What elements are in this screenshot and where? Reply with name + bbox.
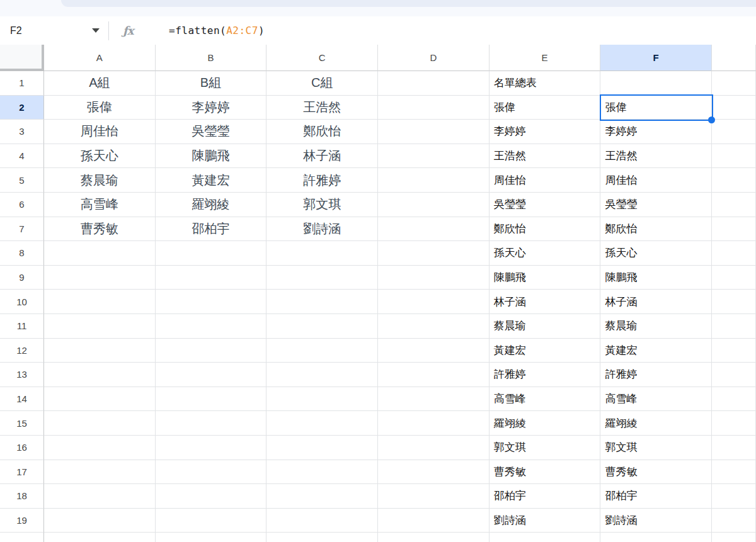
cell-E3[interactable]: 李婷婷 [490, 120, 601, 144]
cell-E5[interactable]: 周佳怡 [490, 168, 601, 193]
cell-A17[interactable] [44, 460, 156, 485]
cell-D19[interactable] [378, 509, 490, 533]
cell-B3[interactable]: 吳瑩瑩 [156, 120, 267, 144]
cell-E13[interactable]: 許雅婷 [490, 363, 601, 387]
cell-B1[interactable]: B組 [156, 71, 267, 96]
cell-partial-11[interactable] [712, 314, 756, 339]
cell-F7[interactable]: 鄭欣怡 [600, 217, 712, 242]
cell-C13[interactable] [266, 363, 378, 387]
row-header-11[interactable]: 11 [0, 314, 44, 339]
cell-B6[interactable]: 羅翊綾 [156, 193, 267, 217]
row-header-7[interactable]: 7 [0, 217, 44, 242]
cell-D6[interactable] [378, 193, 490, 217]
cell-E15[interactable]: 羅翊綾 [490, 411, 601, 436]
row-header-1[interactable]: 1 [0, 71, 44, 96]
cell-D11[interactable] [378, 314, 490, 339]
cell-B11[interactable] [156, 314, 267, 339]
cell-A6[interactable]: 高雪峰 [44, 193, 156, 217]
cell-C17[interactable] [266, 460, 378, 485]
cell-C7[interactable]: 劉詩涵 [266, 217, 378, 242]
cell-F20[interactable] [600, 533, 712, 542]
cell-partial-8[interactable] [712, 241, 756, 266]
cell-partial-14[interactable] [712, 387, 756, 412]
cell-B13[interactable] [156, 363, 267, 387]
cell-D7[interactable] [378, 217, 490, 242]
formula-input[interactable]: =flatten(A2:C7) [143, 13, 265, 48]
cell-E11[interactable]: 蔡晨瑜 [490, 314, 601, 339]
cell-A14[interactable] [44, 387, 156, 412]
cell-B14[interactable] [156, 387, 267, 412]
cell-C15[interactable] [266, 411, 378, 436]
cell-C19[interactable] [266, 509, 378, 533]
cell-B5[interactable]: 黃建宏 [156, 168, 267, 193]
cell-partial-9[interactable] [712, 266, 756, 290]
row-header-20[interactable]: 20 [0, 533, 44, 542]
cell-E19[interactable]: 劉詩涵 [490, 509, 601, 533]
row-header-15[interactable]: 15 [0, 411, 44, 436]
cell-D8[interactable] [378, 241, 490, 266]
cell-C12[interactable] [266, 339, 378, 363]
cell-B12[interactable] [156, 339, 267, 363]
cell-A8[interactable] [44, 241, 156, 266]
column-header-D[interactable]: D [378, 45, 490, 71]
cell-F4[interactable]: 王浩然 [600, 144, 712, 169]
cell-E14[interactable]: 高雪峰 [490, 387, 601, 412]
cell-C11[interactable] [266, 314, 378, 339]
row-header-17[interactable]: 17 [0, 460, 44, 485]
cell-D2[interactable] [378, 96, 490, 120]
cell-F9[interactable]: 陳鵬飛 [600, 266, 712, 290]
cell-partial-5[interactable] [712, 168, 756, 193]
cell-E7[interactable]: 鄭欣怡 [490, 217, 601, 242]
cell-F2[interactable]: 張偉 [600, 96, 712, 120]
cell-F6[interactable]: 吳瑩瑩 [600, 193, 712, 217]
cell-E20[interactable] [490, 533, 601, 542]
cell-F3[interactable]: 李婷婷 [600, 120, 712, 144]
cell-partial-3[interactable] [712, 120, 756, 144]
cell-partial-6[interactable] [712, 193, 756, 217]
cell-F10[interactable]: 林子涵 [600, 290, 712, 314]
cell-C3[interactable]: 鄭欣怡 [266, 120, 378, 144]
row-header-2[interactable]: 2 [0, 96, 44, 120]
cell-A7[interactable]: 曹秀敏 [44, 217, 156, 242]
column-header-E[interactable]: E [490, 45, 601, 71]
column-header-partial[interactable] [712, 45, 756, 71]
cell-partial-13[interactable] [712, 363, 756, 387]
cell-E6[interactable]: 吳瑩瑩 [490, 193, 601, 217]
cell-F13[interactable]: 許雅婷 [600, 363, 712, 387]
row-header-10[interactable]: 10 [0, 290, 44, 314]
cell-D9[interactable] [378, 266, 490, 290]
cell-A5[interactable]: 蔡晨瑜 [44, 168, 156, 193]
cell-partial-1[interactable] [712, 71, 756, 96]
cell-D18[interactable] [378, 484, 490, 509]
cell-E18[interactable]: 邵柏宇 [490, 484, 601, 509]
cell-C1[interactable]: C組 [266, 71, 378, 96]
cell-C18[interactable] [266, 484, 378, 509]
cell-B20[interactable] [156, 533, 267, 542]
row-header-14[interactable]: 14 [0, 387, 44, 412]
select-all-corner[interactable] [0, 45, 44, 71]
cell-partial-20[interactable] [712, 533, 756, 542]
cell-partial-18[interactable] [712, 484, 756, 509]
row-header-8[interactable]: 8 [0, 241, 44, 266]
column-header-C[interactable]: C [266, 45, 378, 71]
fill-handle[interactable] [708, 116, 715, 123]
cell-C16[interactable] [266, 436, 378, 460]
cell-C20[interactable] [266, 533, 378, 542]
cell-partial-19[interactable] [712, 509, 756, 533]
column-header-B[interactable]: B [156, 45, 267, 71]
cell-D12[interactable] [378, 339, 490, 363]
column-header-F[interactable]: F [600, 45, 712, 71]
cell-B7[interactable]: 邵柏宇 [156, 217, 267, 242]
cell-F1[interactable] [600, 71, 712, 96]
name-box[interactable]: F2 [0, 25, 100, 37]
cell-A19[interactable] [44, 509, 156, 533]
cell-partial-17[interactable] [712, 460, 756, 485]
cell-B18[interactable] [156, 484, 267, 509]
cell-F16[interactable]: 郭文琪 [600, 436, 712, 460]
cell-E9[interactable]: 陳鵬飛 [490, 266, 601, 290]
cell-F5[interactable]: 周佳怡 [600, 168, 712, 193]
cell-A4[interactable]: 孫天心 [44, 144, 156, 169]
cell-C8[interactable] [266, 241, 378, 266]
cell-C10[interactable] [266, 290, 378, 314]
cell-A15[interactable] [44, 411, 156, 436]
